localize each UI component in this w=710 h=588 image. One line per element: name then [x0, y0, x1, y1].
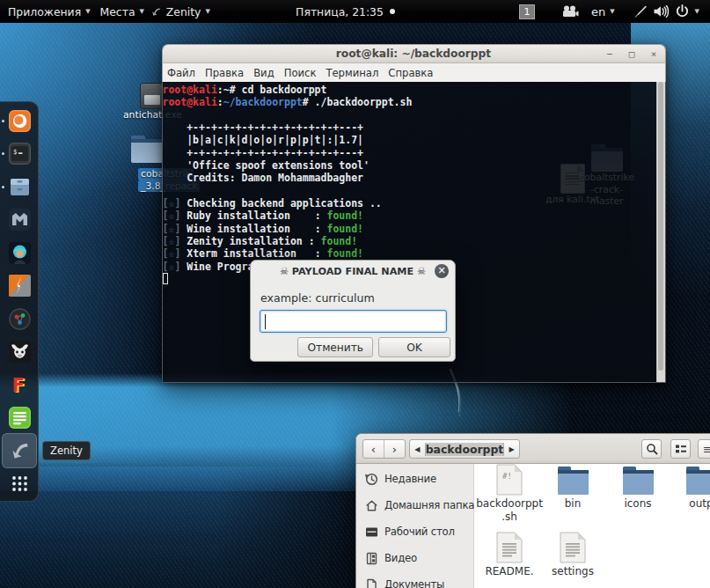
desktop-icon-folder[interactable]: [130, 136, 164, 163]
search-button[interactable]: [641, 439, 662, 459]
file-item-backdoorppt.sh[interactable]: #!backdoorppt.sh: [481, 462, 538, 523]
terminal-line: |b|a|c|k|d|o|o|r|p|p|t|:|1.7|: [163, 134, 656, 146]
sidebar-item-home[interactable]: Домашняя папка: [356, 492, 473, 518]
current-folder-button[interactable]: backdoorppt: [425, 443, 504, 456]
maximize-button[interactable]: □: [626, 48, 638, 60]
terminal-text-segment: ~/backdoorppt: [223, 96, 303, 108]
zenity-icon: [9, 440, 31, 462]
zenity-text-input[interactable]: [260, 310, 447, 333]
file-item-label: backdoorppt: [476, 497, 543, 511]
terminal-menu-item[interactable]: Файл: [163, 67, 201, 79]
dock-item-faraday[interactable]: FF: [7, 372, 32, 397]
file-item-README.[interactable]: README.: [481, 530, 538, 578]
terminal-scrollbar[interactable]: [656, 82, 665, 382]
terminal-menu-item[interactable]: Терминал: [321, 67, 384, 79]
armitage-icon: [9, 242, 31, 264]
text-caret: [265, 314, 266, 329]
folder-icon: [557, 462, 589, 496]
terminal-titlebar[interactable]: root@kali: ~/backdoorppt −□×: [162, 44, 666, 63]
terminal-scrollbar-thumb[interactable]: [658, 82, 663, 371]
running-indicator-dot: [2, 152, 4, 155]
sidebar-item-label: Недавние: [384, 473, 436, 485]
sidebar-item-label: Документы: [384, 578, 444, 588]
svg-text:F: F: [11, 375, 24, 396]
path-bar: ◀ backdoorppt ▶: [409, 439, 520, 459]
back-button[interactable]: ‹: [363, 440, 384, 458]
dock-item-files[interactable]: [7, 174, 32, 199]
cancel-button[interactable]: Отменить: [297, 337, 373, 357]
path-right-arrow[interactable]: ▶: [504, 445, 519, 453]
path-left-arrow[interactable]: ◀: [410, 445, 425, 453]
view-toggle-button[interactable]: [670, 439, 691, 459]
running-indicator-dot: [2, 186, 4, 188]
terminal-text-segment: +-+-+-+-+-+-+-+-+-+-+-+-+---+: [163, 147, 363, 159]
text-file-icon: [496, 530, 523, 563]
volume-icon[interactable]: [653, 4, 670, 18]
dock-item-maltego[interactable]: [7, 306, 32, 331]
terminal-cursor: [163, 273, 169, 284]
dock-item-firefox[interactable]: [7, 108, 32, 133]
forward-button[interactable]: ›: [384, 440, 405, 458]
terminal-text-segment: Credits: Damon Mohammadbagher: [163, 172, 363, 184]
workspace-indicator[interactable]: 1: [519, 4, 535, 19]
sidebar-item-desktop[interactable]: Рабочий стол: [356, 518, 473, 545]
dock-item-show-applications[interactable]: [7, 472, 32, 496]
svg-text:#!: #!: [502, 472, 512, 481]
show-applications-icon: [9, 473, 31, 495]
folder-icon: [130, 136, 164, 163]
sidebar-item-label: Рабочий стол: [384, 526, 455, 538]
terminal-line: +-+-+-+-+-+-+-+-+-+-+-+-+---+: [163, 121, 656, 134]
dock-item-text-editor[interactable]: [7, 406, 32, 430]
close-button[interactable]: ×: [648, 48, 660, 60]
file-manager-body: НедавниеДомашняя папкаРабочий столВидеоД…: [356, 464, 710, 588]
file-item-label: icons: [624, 497, 651, 511]
file-manager-file-grid[interactable]: #!backdoorppt.shbiniconsoutpREADME.setti…: [474, 464, 710, 588]
terminal-menu-item[interactable]: Поиск: [279, 67, 321, 79]
terminal-menu-item[interactable]: Вид: [249, 67, 280, 79]
terminal-menu-item[interactable]: Справка: [384, 67, 438, 79]
sidebar-item-recent[interactable]: Недавние: [356, 466, 473, 492]
running-indicator-dot: [2, 120, 4, 122]
stylus-icon[interactable]: [633, 4, 648, 19]
panel-right-section: 1 en ▼ ▼: [519, 0, 710, 23]
keyboard-layout-menu[interactable]: en ▼: [579, 0, 615, 23]
minimize-button[interactable]: −: [604, 48, 616, 60]
file-item-outp[interactable]: outp: [673, 462, 710, 511]
file-item-bin[interactable]: bin: [545, 462, 601, 511]
file-item-settings[interactable]: settings: [545, 530, 601, 578]
dock-item-beef[interactable]: [7, 340, 32, 364]
folder-icon: [685, 462, 710, 496]
power-icon[interactable]: [675, 4, 690, 18]
files-icon: [9, 176, 31, 198]
terminal-line: Credits: Damon Mohammadbagher: [163, 172, 656, 184]
sidebar-item-video[interactable]: Видео: [356, 545, 473, 571]
screen-recorder-icon[interactable]: [562, 5, 579, 18]
sidebar-item-label: Видео: [384, 552, 417, 564]
dock-item-burpsuite[interactable]: [7, 274, 32, 298]
home-icon: [365, 499, 378, 512]
close-icon[interactable]: ✕: [435, 264, 449, 278]
file-manager-toolbar: ‹ › ◀ backdoorppt ▶ ≡: [356, 434, 710, 464]
maltego-icon: [9, 308, 31, 330]
terminal-text-segment: root@kali: [163, 96, 217, 108]
file-item-label: .sh: [501, 511, 517, 524]
desktop-icon: [365, 526, 378, 539]
ok-button[interactable]: OK: [378, 337, 450, 357]
burpsuite-icon: [9, 275, 31, 297]
terminal-text-segment: Ruby installation :: [180, 209, 326, 222]
script-file-icon: #!: [496, 462, 523, 496]
file-item-icons[interactable]: icons: [610, 462, 666, 511]
dock-item-metasploit[interactable]: [7, 208, 32, 232]
system-menu[interactable]: ▼: [690, 0, 710, 23]
dock-item-zenity[interactable]: [7, 438, 32, 463]
file-item-label: README.: [485, 565, 533, 578]
chevron-down-icon: ▼: [695, 8, 699, 15]
dock: $FF: [0, 101, 39, 502]
dock-item-armitage[interactable]: [7, 240, 32, 265]
hamburger-menu-button[interactable]: ≡: [698, 439, 710, 459]
zenity-titlebar[interactable]: ☠ PAYLOAD FINAL NAME ☠ ✕: [251, 261, 455, 282]
dock-item-terminal[interactable]: $: [7, 142, 32, 166]
sidebar-item-docs[interactable]: Документы: [356, 571, 473, 588]
terminal-menu-item[interactable]: Правка: [201, 67, 249, 79]
zenity-hint-label: example: curriculum: [260, 291, 455, 305]
